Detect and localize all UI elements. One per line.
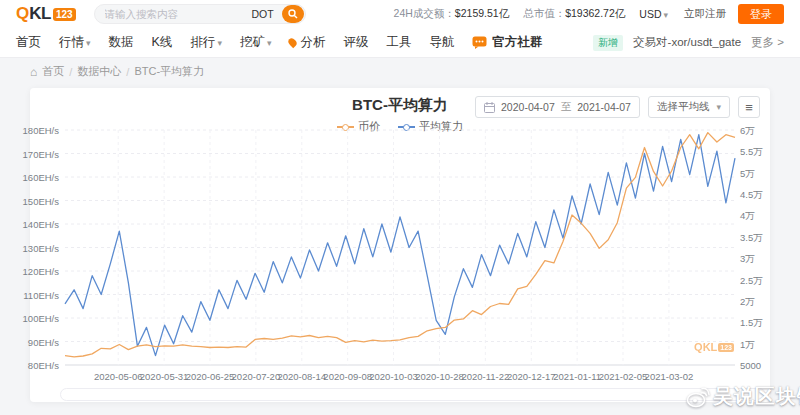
y-axis-label: 180EH/s [23, 125, 59, 136]
caret-down-icon: ▾ [716, 102, 721, 112]
x-axis-label: 2020-12-17 [507, 371, 556, 382]
y-axis-label: 2万 [740, 296, 755, 309]
new-badge: 新增 [593, 35, 623, 51]
register-link[interactable]: 立即注册 [684, 7, 726, 21]
breadcrumb-current: BTC-平均算力 [134, 64, 204, 79]
nav-item-mining[interactable]: 挖矿▾ [240, 34, 272, 51]
official-community-link[interactable]: 官方社群 [472, 34, 542, 51]
caret-down-icon: ▾ [217, 38, 222, 48]
line-chart[interactable] [65, 130, 735, 365]
y-axis-label: 5.5万 [740, 146, 763, 159]
top-bar: QKL123 DOT 24H成交额：$2159.51亿 总市值：$19362.7… [0, 0, 800, 58]
y-axis-label: 100EH/s [23, 313, 59, 324]
nav-item-rating[interactable]: 评级 [343, 34, 368, 51]
y-axis-label: 6万 [740, 125, 755, 138]
y-axis-label: 1万 [740, 339, 755, 352]
hot-search-keyword[interactable]: DOT [251, 8, 273, 20]
market-stats: 24H成交额：$2159.51亿 总市值：$19362.72亿 [394, 7, 626, 21]
x-axis-label: 2020-05-31 [140, 371, 189, 382]
flame-icon [287, 37, 298, 48]
x-axis-labels: 2020-05-062020-05-312020-06-252020-07-20… [65, 371, 735, 384]
site-logo[interactable]: QKL123 [16, 4, 76, 24]
caret-down-icon: ▾ [267, 38, 272, 48]
y-axis-label: 120EH/s [23, 266, 59, 277]
nav-item-analysis[interactable]: 分析 [289, 34, 325, 51]
x-axis-label: 2020-08-14 [277, 371, 326, 382]
x-axis-label: 2020-10-28 [415, 371, 464, 382]
x-axis-label: 2021-02-05 [599, 371, 648, 382]
search-bar: DOT [94, 4, 306, 24]
logo-part: KL [29, 4, 51, 24]
date-range-picker[interactable]: 2020-04-07 至 2021-04-07 [475, 96, 640, 118]
home-icon[interactable]: ⌂ [30, 65, 37, 79]
y-axis-label: 3.5万 [740, 232, 763, 245]
caret-down-icon: ▾ [663, 10, 668, 20]
datazoom-slider[interactable] [60, 388, 766, 401]
x-axis-label: 2020-11-22 [461, 371, 509, 382]
calendar-icon [484, 102, 495, 113]
hamburger-icon: ≡ [745, 100, 753, 115]
y-axis-label: 150EH/s [23, 196, 59, 207]
nav-item-markets[interactable]: 行情▾ [59, 34, 91, 51]
date-from[interactable]: 2020-04-07 [501, 101, 555, 113]
more-link[interactable]: 更多 > [751, 35, 784, 50]
y-axis-label: 110EH/s [23, 290, 59, 301]
search-button[interactable] [282, 5, 304, 23]
nav-item-rank[interactable]: 排行▾ [190, 34, 222, 51]
y-axis-label: 2.5万 [740, 275, 763, 288]
y-axis-label: 170EH/s [23, 149, 59, 160]
chart-menu-button[interactable]: ≡ [738, 96, 760, 118]
x-axis-label: 2020-05-06 [94, 371, 143, 382]
login-button[interactable]: 登录 [738, 4, 784, 24]
nav-item-data[interactable]: 数据 [109, 34, 134, 51]
breadcrumb: ⌂ 首页 / 数据中心 / BTC-平均算力 [30, 64, 204, 79]
y-axis-label: 4万 [740, 210, 755, 223]
header-row: QKL123 DOT 24H成交额：$2159.51亿 总市值：$19362.7… [0, 0, 800, 28]
nav-item-home[interactable]: 首页 [16, 34, 41, 51]
search-input[interactable] [105, 8, 248, 20]
chart-controls: 2020-04-07 至 2021-04-07 选择平均线 ▾ ≡ [475, 96, 760, 118]
nav-item-kline[interactable]: K线 [152, 34, 173, 51]
ma-select[interactable]: 选择平均线 ▾ [648, 96, 730, 118]
date-to[interactable]: 2021-04-07 [577, 101, 631, 113]
nav-item-tools[interactable]: 工具 [386, 34, 411, 51]
volume-24h: 24H成交额：$2159.51亿 [394, 7, 510, 21]
y-axis-label: 5000 [740, 360, 761, 371]
chat-bubble-icon [472, 36, 487, 49]
chart-plot-area[interactable] [65, 130, 735, 365]
x-axis-label: 2020-06-25 [186, 371, 235, 382]
nav-item-navigation[interactable]: 导航 [429, 34, 454, 51]
x-axis-label: 2020-07-20 [232, 371, 281, 382]
x-axis-label: 2020-10-03 [369, 371, 418, 382]
x-axis-label: 2021-01-11 [553, 371, 601, 382]
y-axis-label: 3万 [740, 253, 755, 266]
chart-card: BTC-平均算力 币价 平均算力 2020-04-07 至 2021-04-07… [30, 88, 770, 402]
caret-down-icon: ▾ [86, 38, 91, 48]
y-axis-label: 4.5万 [740, 189, 763, 202]
currency-select[interactable]: USD▾ [639, 8, 668, 20]
y-axis-label: 90EH/s [28, 337, 59, 348]
y-axis-label: 130EH/s [23, 243, 59, 254]
breadcrumb-data-center[interactable]: 数据中心 [77, 64, 121, 79]
nav-right-group: 新增 交易对-xor/usdt_gate 更多 > [593, 35, 784, 51]
logo-part: Q [16, 4, 29, 24]
search-icon [288, 9, 298, 19]
main-nav: 首页 行情▾ 数据 K线 排行▾ 挖矿▾ 分析 评级 工具 导航 官方社群 新增… [0, 28, 800, 57]
y-axis-label: 140EH/s [23, 219, 59, 230]
x-axis-label: 2021-03-02 [645, 371, 694, 382]
x-axis-label: 2020-09-08 [323, 371, 372, 382]
y-axis-label: 5万 [740, 168, 755, 181]
y-axis-left-labels: 180EH/s170EH/s160EH/s150EH/s140EH/s130EH… [27, 130, 62, 365]
y-axis-label: 1.5万 [740, 317, 763, 330]
logo-badge: 123 [53, 8, 76, 21]
breadcrumb-home[interactable]: 首页 [42, 64, 64, 79]
new-pair-link[interactable]: 交易对-xor/usdt_gate [633, 35, 741, 50]
market-cap: 总市值：$19362.72亿 [523, 7, 625, 21]
y-axis-right-labels: 6万5.5万5万4.5万4万3.5万3万2.5万2万1.5万1万5000 [740, 130, 770, 365]
y-axis-label: 160EH/s [23, 172, 59, 183]
y-axis-label: 80EH/s [28, 360, 59, 371]
